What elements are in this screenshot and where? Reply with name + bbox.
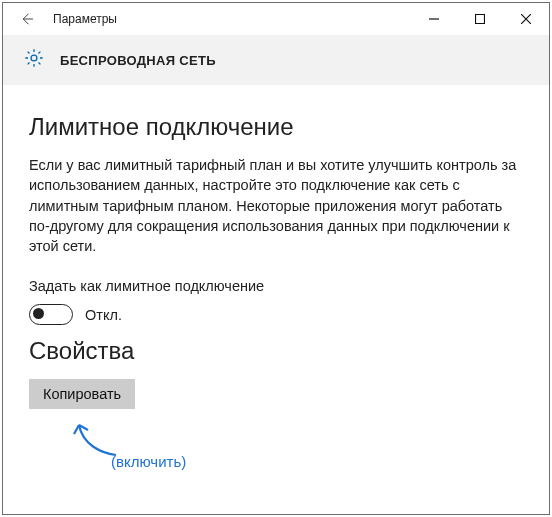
settings-window: Параметры БЕСПРОВОДНАЯ СЕТЬ Лимитное под… — [2, 2, 550, 515]
maximize-button[interactable] — [457, 3, 503, 35]
copy-button[interactable]: Копировать — [29, 379, 135, 409]
close-icon — [521, 14, 531, 24]
properties-title: Свойства — [29, 337, 523, 365]
page-title: БЕСПРОВОДНАЯ СЕТЬ — [60, 53, 216, 68]
back-button[interactable] — [3, 3, 51, 35]
toggle-knob — [33, 308, 44, 319]
arrow-left-icon — [18, 10, 36, 28]
metered-toggle[interactable] — [29, 304, 73, 325]
svg-point-0 — [31, 55, 37, 61]
setting-label: Задать как лимитное подключение — [29, 278, 523, 294]
minimize-button[interactable] — [411, 3, 457, 35]
titlebar: Параметры — [3, 3, 549, 35]
app-title: Параметры — [53, 12, 117, 26]
section-title: Лимитное подключение — [29, 113, 523, 141]
maximize-icon — [475, 14, 485, 24]
close-button[interactable] — [503, 3, 549, 35]
content-area: Лимитное подключение Если у вас лимитный… — [3, 85, 549, 514]
toggle-row: Откл. — [29, 304, 523, 325]
gear-icon — [23, 47, 45, 73]
annotation-text: (включить) — [111, 453, 186, 470]
annotation-overlay: (включить) — [71, 417, 231, 477]
toggle-state-label: Откл. — [85, 307, 122, 323]
minimize-icon — [429, 14, 439, 24]
section-description: Если у вас лимитный тарифный план и вы х… — [29, 155, 523, 256]
page-header: БЕСПРОВОДНАЯ СЕТЬ — [3, 35, 549, 85]
system-buttons — [411, 3, 549, 35]
arrow-annotation-icon — [71, 417, 131, 457]
